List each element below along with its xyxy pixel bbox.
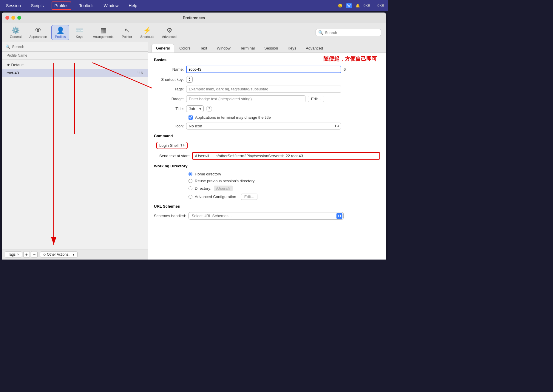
home-dir-radio[interactable] xyxy=(189,172,192,176)
advanced-config-label: Advanced Configuration xyxy=(195,195,236,199)
title-row: Title: Job ▼ ? xyxy=(154,105,380,112)
minimize-button[interactable] xyxy=(11,16,15,20)
tab-window[interactable]: Window xyxy=(212,44,235,53)
toolbar: ⚙️ General 👁 Appearance 👤 Profiles ⌨️ Ke… xyxy=(2,23,386,42)
other-actions-label: Other Actions... xyxy=(47,252,71,257)
url-schemes-divider: URL Schemes xyxy=(154,204,380,209)
icon-select[interactable]: No Icon xyxy=(186,123,341,129)
tags-button[interactable]: Tags > xyxy=(5,251,22,257)
advanced-icon: ⚙ xyxy=(166,27,172,34)
appearance-icon: 👁 xyxy=(35,27,41,34)
working-dir-radio-group: Home directory Reuse previous session's … xyxy=(189,172,380,200)
working-dir-title: Working Directory xyxy=(154,164,380,168)
close-button[interactable] xyxy=(5,16,9,20)
schemes-select[interactable]: Select URL Schemes... xyxy=(189,212,344,220)
home-dir-row: Home directory xyxy=(189,172,380,176)
login-shell-select[interactable]: Login Shell xyxy=(156,142,188,149)
toolbar-shortcuts[interactable]: ⚡ Shortcuts xyxy=(137,25,157,40)
shortcut-stepper[interactable]: ▲ ▼ xyxy=(186,76,193,83)
toolbar-profiles[interactable]: 👤 Profiles xyxy=(51,25,69,40)
profile-item-default[interactable]: ★ Default xyxy=(2,61,148,69)
working-dir-divider: Working Directory xyxy=(154,164,380,168)
menu-profiles[interactable]: Profiles xyxy=(52,1,72,10)
url-schemes-title: URL Schemes xyxy=(154,204,380,209)
chevron-down-icon: ▼ xyxy=(72,253,75,256)
shortcut-label: Shortcut key: xyxy=(154,77,184,82)
search-input[interactable] xyxy=(325,30,379,35)
sidebar: 🔍 Profile Name ★ Default root-43 116 xyxy=(2,42,148,260)
title-select-wrapper[interactable]: Job ▼ xyxy=(186,105,204,112)
toolbar-advanced[interactable]: ⚙ Advanced xyxy=(159,25,180,40)
toolbar-pointer[interactable]: ↖ Pointer xyxy=(118,25,136,40)
advanced-config-radio[interactable] xyxy=(189,195,192,199)
advanced-config-edit-button[interactable]: Edit... xyxy=(241,194,257,200)
profile-item-root43[interactable]: root-43 116 xyxy=(2,69,148,77)
advanced-config-row: Advanced Configuration Edit... xyxy=(189,194,380,200)
pointer-icon: ↖ xyxy=(124,27,130,34)
login-shell-wrapper[interactable]: Login Shell ⬆⬇ xyxy=(156,142,188,149)
reuse-dir-label: Reuse previous session's directory xyxy=(195,179,254,183)
tags-label: Tags: xyxy=(154,87,184,91)
schemes-select-arrow[interactable]: ⬆⬇ xyxy=(336,213,342,219)
sidebar-search-icon: 🔍 xyxy=(5,44,10,49)
general-icon: ⚙️ xyxy=(12,27,20,34)
profile-root43-name: root-43 xyxy=(7,71,19,75)
sidebar-search-input[interactable] xyxy=(12,44,144,49)
badge-edit-button[interactable]: Edit... xyxy=(308,96,324,102)
name-label: Name: xyxy=(154,67,184,72)
title-help-button[interactable]: ? xyxy=(206,106,212,112)
menu-scripts[interactable]: Scripts xyxy=(29,2,46,9)
menu-kb-label: 0KB xyxy=(364,4,370,8)
toolbar-keys[interactable]: ⌨️ Keys xyxy=(70,25,88,40)
menu-kb-label2: 0KB xyxy=(377,4,384,8)
toolbar-arrangements[interactable]: ▦ Arrangements xyxy=(89,25,117,40)
pointer-label: Pointer xyxy=(122,35,132,38)
tab-advanced[interactable]: Advanced xyxy=(301,44,328,53)
traffic-lights xyxy=(5,16,21,20)
other-actions-dropdown[interactable]: ☺ Other Actions... ▼ xyxy=(40,251,78,257)
shortcut-row: Shortcut key: ▲ ▼ xyxy=(154,76,380,83)
tab-general[interactable]: General xyxy=(152,44,174,53)
preferences-window: Preferences ⚙️ General 👁 Appearance 👤 Pr… xyxy=(2,13,386,260)
tab-text[interactable]: Text xyxy=(196,44,212,53)
tab-colors[interactable]: Colors xyxy=(175,44,195,53)
menu-icon-face: 🙂 xyxy=(338,4,342,8)
tab-keys[interactable]: Keys xyxy=(283,44,301,53)
titlebar: Preferences xyxy=(2,13,386,23)
directory-row: Directory: /Users/li xyxy=(189,186,380,191)
badge-row: Badge: Edit... xyxy=(154,95,380,102)
send-text-input[interactable] xyxy=(192,152,380,160)
menu-toolbelt[interactable]: Toolbelt xyxy=(77,2,96,9)
arrangements-label: Arrangements xyxy=(93,35,113,38)
menu-help[interactable]: Help xyxy=(126,2,140,9)
menubar-right: 🙂 W 🔔 0KB 0KB xyxy=(338,3,384,8)
menubar: Session Scripts Profiles Toolbelt Window… xyxy=(0,0,388,11)
icon-select-wrapper[interactable]: No Icon ⬆⬇ xyxy=(186,123,341,129)
menu-window[interactable]: Window xyxy=(101,2,121,9)
login-shell-row: Login Shell ⬆⬇ xyxy=(156,142,380,149)
sidebar-search-area: 🔍 xyxy=(2,42,148,52)
tab-terminal[interactable]: Terminal xyxy=(236,44,259,53)
add-profile-button[interactable]: + xyxy=(23,251,30,258)
right-panel: General Colors Text Window Terminal Sess… xyxy=(148,42,386,260)
tags-input[interactable] xyxy=(186,86,341,92)
maximize-button[interactable] xyxy=(17,16,21,20)
menu-session[interactable]: Session xyxy=(4,2,23,9)
toolbar-search-box[interactable]: 🔍 xyxy=(316,29,381,36)
toolbar-general[interactable]: ⚙️ General xyxy=(7,25,25,40)
arrangements-icon: ▦ xyxy=(100,27,106,34)
name-input[interactable] xyxy=(186,66,341,73)
schemes-label: Schemes handled: xyxy=(154,214,186,218)
apps-change-title-checkbox[interactable] xyxy=(189,115,193,120)
profile-default-name: ★ Default xyxy=(7,63,24,67)
title-select[interactable]: Job xyxy=(186,105,204,112)
toolbar-appearance[interactable]: 👁 Appearance xyxy=(26,25,50,40)
badge-input[interactable] xyxy=(186,95,305,102)
stepper-down[interactable]: ▼ xyxy=(188,79,191,82)
directory-radio[interactable] xyxy=(189,186,192,190)
remove-profile-button[interactable]: − xyxy=(31,251,38,258)
tab-session[interactable]: Session xyxy=(260,44,282,53)
reuse-dir-radio[interactable] xyxy=(189,179,192,183)
command-divider: Command xyxy=(154,134,380,138)
stepper-arrows[interactable]: ▲ ▼ xyxy=(188,77,191,82)
